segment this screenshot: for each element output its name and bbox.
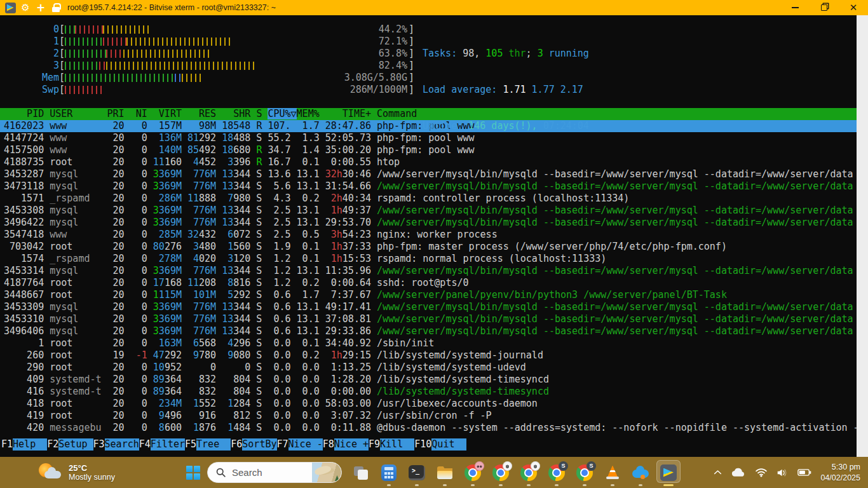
onedrive-icon[interactable] xyxy=(731,468,746,477)
battery-icon[interactable] xyxy=(797,469,811,476)
running-indicator xyxy=(583,484,587,486)
lock-icon[interactable] xyxy=(50,1,62,14)
column-header-command[interactable]: Command xyxy=(377,108,417,119)
column-header-pid[interactable]: PID xyxy=(4,108,44,119)
calculator-icon xyxy=(381,464,397,481)
tasks-line: Tasks: 98, 105 thr; 3 running xyxy=(423,48,589,60)
column-header-res[interactable]: RES xyxy=(187,108,216,119)
weather-widget[interactable]: 25°C Mostly sunny xyxy=(36,460,115,484)
terminal-window: 0[44.2%]1[72.1%]2[63.8%]3[82.4%]Mem[3.08… xyxy=(0,15,868,457)
chrome-5-icon: S xyxy=(576,464,593,482)
process-row-418[interactable]: 418 root 20 0 234M 1552 1284 S 0.0 0.0 5… xyxy=(0,398,857,410)
running-indicator xyxy=(387,484,391,486)
close-button[interactable]: ✕ xyxy=(839,0,868,15)
taskbar-icon-chrome-4[interactable]: S xyxy=(543,458,571,487)
column-header-virt[interactable]: VIRT xyxy=(153,108,182,119)
process-row-3453308[interactable]: 3453308 mysql 20 0 3369M 776M 13344 S 2.… xyxy=(0,205,857,217)
process-row-420[interactable]: 420 messagebu 20 0 8600 1876 1484 S 0.0 … xyxy=(0,422,857,434)
taskbar-icon-calculator[interactable] xyxy=(375,458,403,487)
process-command: /www/server/mysql/bin/mysqld --basedir=/… xyxy=(377,180,853,192)
process-command: rspamd: controller process (localhost:11… xyxy=(377,193,629,204)
process-command: nginx: worker process xyxy=(377,229,498,240)
new-terminal-plus-icon[interactable]: + xyxy=(34,1,47,14)
minimize-button[interactable] xyxy=(780,0,810,15)
fkey-setup[interactable]: F2Setup xyxy=(47,438,93,451)
taskbar-icon-chrome-2[interactable] xyxy=(487,458,515,487)
search-placeholder: Search xyxy=(232,467,312,478)
running-indicator xyxy=(443,484,447,486)
process-row-419[interactable]: 419 root 20 0 9496 916 812 S 0.0 0.0 3:0… xyxy=(0,410,857,422)
column-header-shr[interactable]: SHR xyxy=(222,108,250,119)
fkey-filter[interactable]: F4Filter xyxy=(139,438,185,451)
column-header-pri[interactable]: PRI xyxy=(107,108,125,119)
load-average-line: Load average: 1.71 1.77 2.17 xyxy=(423,84,589,96)
fkey-nice-[interactable]: F7Nice - xyxy=(277,438,323,451)
weather-sun-cloud-icon xyxy=(36,460,65,484)
taskbar-icon-task-view[interactable] xyxy=(347,458,375,487)
process-row-4188735[interactable]: 4188735 root 20 0 11160 4452 3396 R 16.7… xyxy=(0,156,857,168)
taskbar-icon-chrome-3[interactable] xyxy=(515,458,543,487)
fkey-kill[interactable]: F9Kill xyxy=(369,438,414,451)
restore-button[interactable] xyxy=(810,0,839,15)
taskbar-icon-file-explorer[interactable] xyxy=(431,458,459,487)
column-header-mem[interactable]: MEM% xyxy=(297,108,320,119)
meter-cpu1: 1[72.1%] xyxy=(0,36,414,48)
taskbar-icon-vlc[interactable] xyxy=(599,458,627,487)
column-header-ni[interactable]: NI xyxy=(130,108,147,119)
fkey-quit[interactable]: F10Quit xyxy=(414,438,466,451)
process-row-3453287[interactable]: 3453287 mysql 20 0 3369M 776M 13344 S 13… xyxy=(0,168,857,180)
fkey-sortby[interactable]: F6SortBy xyxy=(231,438,276,451)
process-row-3453314[interactable]: 3453314 mysql 20 0 3369M 776M 13344 S 1.… xyxy=(0,265,857,277)
search-box[interactable]: Search xyxy=(207,462,342,483)
running-indicator xyxy=(527,484,531,486)
process-command: /lib/systemd/systemd-timesyncd xyxy=(377,374,549,385)
process-row-3453310[interactable]: 3453310 mysql 20 0 3369M 776M 13344 S 0.… xyxy=(0,313,857,325)
meter-swp: Swp[286M/1000M] xyxy=(0,84,414,96)
process-row-416[interactable]: 416 systemd-t 20 0 89364 832 804 S 0.0 0… xyxy=(0,386,857,398)
process-row-1574[interactable]: 1574 _rspamd 20 0 278M 4020 3120 S 1.2 0… xyxy=(0,253,857,265)
fkey-nice-[interactable]: F8Nice + xyxy=(323,438,369,451)
uptime-line: Uptime: 146 days(!), 07:24:04 xyxy=(423,120,589,132)
process-row-3496422[interactable]: 3496422 mysql 20 0 3369M 776M 13344 S 2.… xyxy=(0,217,857,229)
taskbar-clock[interactable]: 5:30 pm 04/02/2025 xyxy=(820,462,860,483)
process-row-3453309[interactable]: 3453309 mysql 20 0 3369M 776M 13344 S 0.… xyxy=(0,301,857,313)
terminal-icon xyxy=(409,465,425,480)
taskbar-icon-cloud-app[interactable] xyxy=(627,458,654,487)
wifi-icon[interactable] xyxy=(755,468,768,477)
process-row-1571[interactable]: 1571 _rspamd 20 0 286M 11888 7980 S 4.3 … xyxy=(0,193,857,205)
column-header-cpu[interactable]: CPU% xyxy=(268,108,290,119)
fkey-search[interactable]: F3Search xyxy=(93,438,139,451)
process-row-4187764[interactable]: 4187764 root 20 0 17168 11208 8816 S 1.2… xyxy=(0,277,857,289)
weather-condition: Mostly sunny xyxy=(69,473,115,482)
process-row-409[interactable]: 409 systemd-t 20 0 89364 832 804 S 0.0 0… xyxy=(0,374,857,386)
taskbar-icon-chrome-5[interactable]: S xyxy=(571,458,599,487)
taskbar-icon-chrome-1[interactable] xyxy=(459,458,487,487)
running-indicator xyxy=(471,484,475,486)
column-header-time[interactable]: TIME+ xyxy=(325,108,371,119)
process-row-703042[interactable]: 703042 root 20 0 80276 3480 1560 S 1.9 0… xyxy=(0,241,857,253)
process-row-3496406[interactable]: 3496406 mysql 20 0 3369M 776M 13344 S 0.… xyxy=(0,325,857,337)
start-button[interactable] xyxy=(180,460,206,485)
process-row-3547418[interactable]: 3547418 www 20 0 285M 32432 6072 S 2.5 0… xyxy=(0,229,857,241)
gear-icon[interactable]: ⚙ xyxy=(19,1,32,14)
process-command: /lib/systemd/systemd-udevd xyxy=(377,362,526,373)
process-row-1[interactable]: 1 root 20 0 163M 6568 4296 S 0.0 0.1 34:… xyxy=(0,337,857,349)
process-row-3448667[interactable]: 3448667 root 20 0 1115M 101M 5292 S 0.6 … xyxy=(0,289,857,301)
process-row-290[interactable]: 290 root 20 0 10952 0 0 S 0.0 0.0 1:13.2… xyxy=(0,362,857,374)
taskbar-icon-terminal[interactable] xyxy=(403,458,431,487)
chevron-up-icon[interactable] xyxy=(714,470,722,475)
process-command: /www/server/mysql/bin/mysqld --basedir=/… xyxy=(377,217,853,228)
process-row-3473118[interactable]: 3473118 mysql 20 0 3369M 776M 13344 S 5.… xyxy=(0,180,857,193)
fkey-help[interactable]: F1Help xyxy=(1,438,47,451)
profile-badge: S xyxy=(587,461,596,471)
volume-icon[interactable] xyxy=(776,468,789,477)
process-command: sshd: root@pts/0 xyxy=(377,277,469,288)
fkey-tree[interactable]: F5Tree xyxy=(185,438,231,451)
process-command: htop xyxy=(377,156,400,168)
process-row-260[interactable]: 260 root 19 -1 47292 9780 9080 S 0.0 0.2… xyxy=(0,349,857,362)
column-header-user[interactable]: USER xyxy=(50,108,101,119)
terminal-scrollbar[interactable] xyxy=(857,15,868,457)
vlc-icon xyxy=(604,464,621,482)
running-indicator xyxy=(663,484,674,486)
taskbar-icon-bitvise-xterm[interactable] xyxy=(654,458,682,487)
